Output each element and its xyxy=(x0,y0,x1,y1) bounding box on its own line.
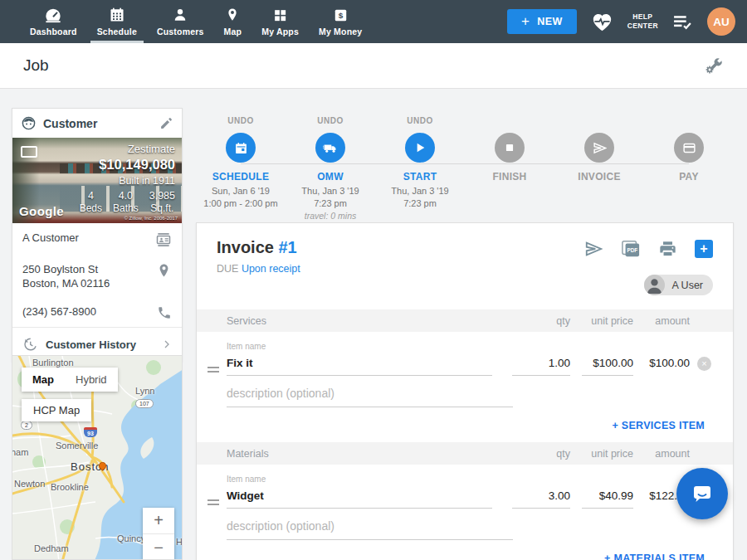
step-finish: FINISH xyxy=(465,116,554,222)
map-widget[interactable]: Burlington Lynn ham Somerville Boston Ne… xyxy=(12,355,183,560)
invoice-due-row: DUE Upon receipt xyxy=(217,263,713,275)
home-stats: 4Beds 4.0Baths 3,985Sq.ft. xyxy=(80,190,175,214)
nav-item-schedule[interactable]: Schedule xyxy=(87,0,147,43)
map-label-dedham: Dedham xyxy=(34,543,69,553)
hcp-map-button[interactable]: HCP Map xyxy=(22,399,91,421)
nav-item-customers[interactable]: Customers xyxy=(147,0,214,43)
assignee-chip[interactable]: A User xyxy=(644,275,713,295)
nav-item-dashboard[interactable]: Dashboard xyxy=(20,0,87,43)
service-description-row xyxy=(197,376,733,407)
map-type-hybrid-button[interactable]: Hybrid xyxy=(65,368,118,392)
service-unit-price-input[interactable] xyxy=(582,353,633,376)
section-name: Services xyxy=(227,315,512,327)
zoom-in-button[interactable]: + xyxy=(143,508,174,534)
delete-service-item-button[interactable]: × xyxy=(697,357,711,371)
pdf-icon[interactable]: PDF xyxy=(621,240,641,258)
undo-start-button[interactable]: UNDO xyxy=(375,116,465,128)
step-finish-circle[interactable] xyxy=(495,133,525,163)
undo-omw-button[interactable]: UNDO xyxy=(286,116,375,128)
send-icon[interactable] xyxy=(583,240,603,258)
print-icon[interactable] xyxy=(658,240,677,258)
chevron-right-icon xyxy=(162,339,172,349)
material-unit-price-input[interactable] xyxy=(582,485,633,509)
amount-column-header: amount xyxy=(633,315,690,327)
undo-spacer xyxy=(554,116,644,128)
material-qty-input[interactable] xyxy=(512,485,570,509)
qty-column-header: qty xyxy=(512,448,570,460)
customer-card-title: Customer xyxy=(43,117,153,130)
customer-phone-row: (234) 567-8900 xyxy=(12,297,182,327)
assignee-avatar xyxy=(644,275,665,295)
map-label-burlington: Burlington xyxy=(32,358,74,368)
list-check-icon[interactable] xyxy=(672,13,693,31)
service-qty-input[interactable] xyxy=(512,353,570,376)
map-type-control: Map Hybrid xyxy=(22,368,118,392)
nav-label: Customers xyxy=(157,27,204,37)
avatar[interactable]: AU xyxy=(707,7,735,36)
new-button-label: NEW xyxy=(537,16,562,27)
baths-label: Baths xyxy=(113,202,139,214)
nav-item-my-money[interactable]: $ My Money xyxy=(309,0,372,43)
step-schedule-circle[interactable] xyxy=(226,133,256,163)
step-invoice-circle[interactable] xyxy=(584,133,614,163)
drag-handle-icon[interactable] xyxy=(208,499,219,508)
step-start: UNDO START Thu, Jan 3 '197:23 pm xyxy=(375,116,465,222)
qty-column-header: qty xyxy=(512,315,570,327)
help-center-link[interactable]: HELP CENTER xyxy=(627,12,658,30)
messenger-bubble-icon xyxy=(690,481,715,506)
map-label-ham: ham xyxy=(12,447,28,457)
address-line2: Boston, MA 02116 xyxy=(22,277,110,290)
due-label: DUE xyxy=(217,263,238,275)
svg-text:$: $ xyxy=(338,11,343,20)
material-item-name-input[interactable] xyxy=(227,485,492,509)
section-name: Materials xyxy=(227,448,512,460)
invoice-header: Invoice #1 DUE Upon receipt PDF + A User xyxy=(197,223,733,309)
add-invoice-button[interactable]: + xyxy=(695,240,713,258)
step-pay-circle[interactable] xyxy=(674,133,704,163)
step-label: PAY xyxy=(644,171,734,183)
chat-launcher-button[interactable] xyxy=(676,468,728,519)
nav-item-my-apps[interactable]: My Apps xyxy=(251,0,309,43)
due-value-link[interactable]: Upon receipt xyxy=(242,263,300,275)
beds-label: Beds xyxy=(80,202,102,214)
svg-text:PDF: PDF xyxy=(627,247,637,253)
phone-icon xyxy=(157,305,172,320)
page-title: Job xyxy=(23,56,49,75)
service-item-name-input[interactable] xyxy=(227,353,492,376)
customer-card-header: Customer xyxy=(12,109,182,138)
map-type-map-button[interactable]: Map xyxy=(22,368,65,392)
add-services-item-link[interactable]: + SERVICES ITEM xyxy=(197,407,733,442)
service-description-input[interactable] xyxy=(227,382,513,407)
add-materials-item-link[interactable]: + MATERIALS ITEM xyxy=(197,540,733,560)
drag-handle-icon[interactable] xyxy=(208,367,219,375)
map-zoom-control: + − xyxy=(143,508,174,560)
location-pin-icon xyxy=(156,263,172,279)
customer-address-row: 250 Boylston StBoston, MA 02116 xyxy=(12,255,182,297)
nav-item-map[interactable]: Map xyxy=(214,0,252,43)
interstate-93-shield: 93 xyxy=(84,427,97,437)
built-year: Built in 1911 xyxy=(80,175,175,187)
step-schedule: UNDO SCHEDULE Sun, Jan 6 '191:00 pm - 2:… xyxy=(196,116,286,222)
beds-value: 4 xyxy=(80,190,102,202)
wrench-gear-icon[interactable] xyxy=(704,56,724,75)
customer-name: A Customer xyxy=(22,231,79,245)
map-pin-icon xyxy=(225,7,240,23)
step-omw-circle[interactable] xyxy=(315,133,345,163)
route-107-shield: 107 xyxy=(135,399,154,408)
service-item-row: Item name $100.00 × xyxy=(197,332,733,376)
material-description-input[interactable] xyxy=(227,515,513,540)
travel-time: travel: 0 mins xyxy=(286,210,375,222)
help-center-line1: HELP xyxy=(627,12,658,22)
zoom-out-button[interactable]: − xyxy=(143,534,174,560)
top-nav: Dashboard Schedule Customers Map My Apps… xyxy=(0,0,747,43)
services-section-header: Services qty unit price amount xyxy=(197,309,733,332)
customer-name-row: A Customer xyxy=(12,223,182,255)
step-start-circle[interactable] xyxy=(405,133,435,163)
undo-schedule-button[interactable]: UNDO xyxy=(196,116,286,128)
new-button[interactable]: + NEW xyxy=(507,9,577,34)
zestimate-overlay: Zestimate $10,149,080 Built in 1911 4Bed… xyxy=(80,143,175,214)
heart-pulse-icon[interactable] xyxy=(591,12,613,32)
pencil-icon[interactable] xyxy=(159,116,173,130)
google-logo: Google xyxy=(19,204,64,218)
address-line1: 250 Boylston St xyxy=(22,263,98,275)
